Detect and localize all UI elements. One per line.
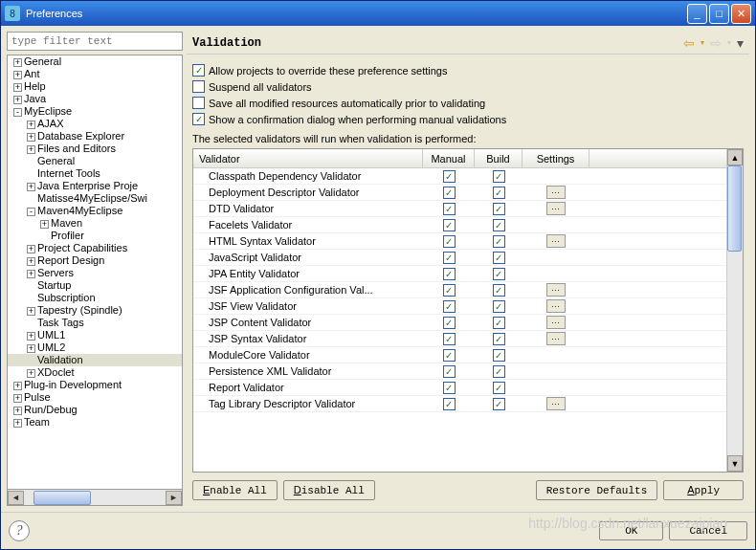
manual-checkbox[interactable]: ✓ (443, 187, 456, 199)
manual-checkbox[interactable]: ✓ (443, 203, 456, 215)
settings-button[interactable]: ··· (546, 202, 566, 215)
minimize-button[interactable]: _ (687, 4, 707, 24)
tree-item[interactable]: +Ant (8, 68, 182, 80)
expand-icon[interactable]: + (27, 183, 35, 191)
expand-icon[interactable]: + (27, 133, 35, 142)
tree-item[interactable]: +Report Design (8, 254, 182, 267)
manual-checkbox[interactable]: ✓ (443, 300, 456, 313)
nav-back-icon[interactable]: ⇦ (683, 35, 695, 51)
tree-item[interactable]: +Help (8, 80, 182, 93)
build-checkbox[interactable]: ✓ (493, 268, 505, 280)
disable-all-button[interactable]: Disable All (283, 480, 375, 500)
expand-icon[interactable]: + (27, 307, 35, 316)
tree-item[interactable]: Task Tags (8, 317, 182, 329)
ok-button[interactable]: OK (599, 521, 663, 540)
tree-item[interactable]: +XDoclet (8, 366, 182, 379)
tree-item[interactable]: +Java (8, 93, 182, 105)
table-row[interactable]: JPA Entity Validator✓✓ (193, 266, 726, 282)
manual-checkbox[interactable]: ✓ (443, 317, 456, 329)
settings-button[interactable]: ··· (546, 234, 566, 248)
settings-button[interactable]: ··· (546, 299, 566, 313)
expand-icon[interactable]: - (13, 108, 22, 117)
tree-item[interactable]: +Servers (8, 267, 182, 279)
build-checkbox[interactable]: ✓ (493, 187, 505, 199)
tree-item[interactable]: +Project Capabilities (8, 242, 182, 254)
col-settings[interactable]: Settings (523, 149, 589, 167)
table-row[interactable]: Facelets Validator✓✓ (193, 217, 726, 233)
expand-icon[interactable]: + (27, 121, 35, 129)
tree-item[interactable]: Matisse4MyEclipse/Swi (8, 192, 182, 205)
manual-checkbox[interactable]: ✓ (443, 235, 456, 248)
table-row[interactable]: DTD Validator✓✓··· (193, 201, 726, 217)
build-checkbox[interactable]: ✓ (493, 398, 505, 410)
tree-item[interactable]: +Plug-in Development (8, 379, 182, 391)
expand-icon[interactable]: + (40, 220, 49, 229)
tree-item[interactable]: Internet Tools (8, 167, 182, 180)
tree-item[interactable]: Subscription (8, 292, 182, 304)
manual-checkbox[interactable]: ✓ (443, 398, 456, 410)
preferences-tree[interactable]: +General+Ant+Help+Java-MyEclipse+AJAX+Da… (7, 55, 183, 490)
expand-icon[interactable]: + (13, 407, 22, 415)
expand-icon[interactable]: + (13, 394, 22, 403)
settings-button[interactable]: ··· (546, 316, 566, 329)
manual-checkbox[interactable]: ✓ (443, 219, 456, 231)
manual-checkbox[interactable]: ✓ (443, 284, 456, 297)
tree-item[interactable]: +Maven (8, 217, 182, 230)
expand-icon[interactable]: + (27, 344, 35, 353)
apply-button[interactable]: Apply (663, 480, 744, 500)
expand-icon[interactable]: + (27, 245, 35, 253)
build-checkbox[interactable]: ✓ (493, 219, 505, 231)
tree-item[interactable]: +Tapestry (Spindle) (8, 304, 182, 317)
expand-icon[interactable]: + (27, 369, 35, 378)
build-checkbox[interactable]: ✓ (493, 203, 505, 215)
maximize-button[interactable]: □ (709, 4, 729, 24)
tree-item[interactable]: +AJAX (8, 118, 182, 130)
build-checkbox[interactable]: ✓ (493, 300, 505, 313)
manual-checkbox[interactable]: ✓ (443, 349, 456, 362)
build-checkbox[interactable]: ✓ (493, 317, 505, 329)
expand-icon[interactable]: - (27, 208, 35, 216)
col-build[interactable]: Build (475, 149, 523, 167)
expand-icon[interactable]: + (27, 257, 35, 266)
table-row[interactable]: Deployment Descriptor Validator✓✓··· (193, 185, 726, 201)
expand-icon[interactable]: + (13, 83, 22, 92)
tree-item[interactable]: General (8, 155, 182, 167)
build-checkbox[interactable]: ✓ (493, 252, 505, 264)
expand-icon[interactable]: + (13, 382, 22, 390)
tree-item[interactable]: Startup (8, 279, 182, 292)
expand-icon[interactable]: + (13, 419, 22, 428)
expand-icon[interactable]: + (13, 71, 22, 79)
manual-checkbox[interactable]: ✓ (443, 252, 456, 264)
scroll-down-icon[interactable]: ▼ (727, 455, 743, 472)
checkbox[interactable]: ✓ (192, 64, 205, 77)
cancel-button[interactable]: Cancel (669, 521, 747, 540)
table-row[interactable]: Report Validator✓✓ (193, 380, 726, 396)
tree-item[interactable]: Profiler (8, 230, 182, 242)
table-row[interactable]: JSF Application Configuration Val...✓✓··… (193, 282, 726, 298)
tree-item[interactable]: +Java Enterprise Proje (8, 180, 182, 192)
table-row[interactable]: HTML Syntax Validator✓✓··· (193, 233, 726, 250)
scroll-thumb[interactable] (33, 491, 91, 505)
manual-checkbox[interactable]: ✓ (443, 268, 456, 280)
table-row[interactable]: ModuleCore Validator✓✓ (193, 347, 726, 363)
table-row[interactable]: Persistence XML Validator✓✓ (193, 363, 726, 380)
tree-item[interactable]: +Files and Editors (8, 143, 182, 155)
settings-button[interactable]: ··· (546, 332, 566, 345)
checkbox[interactable] (192, 80, 205, 93)
settings-button[interactable]: ··· (546, 397, 566, 410)
tree-item[interactable]: -Maven4MyEclipse (8, 205, 182, 217)
build-checkbox[interactable]: ✓ (493, 382, 505, 394)
scroll-right-icon[interactable]: ► (166, 491, 182, 505)
manual-checkbox[interactable]: ✓ (443, 170, 456, 183)
build-checkbox[interactable]: ✓ (493, 333, 505, 345)
enable-all-button[interactable]: EEnable Allnable All (192, 480, 278, 500)
col-validator[interactable]: Validator (193, 149, 423, 167)
settings-button[interactable]: ··· (546, 186, 566, 199)
expand-icon[interactable]: + (27, 145, 35, 154)
tree-item[interactable]: +UML1 (8, 329, 182, 341)
table-row[interactable]: JSP Syntax Validator✓✓··· (193, 331, 726, 347)
filter-input[interactable] (7, 32, 183, 51)
settings-button[interactable]: ··· (546, 283, 566, 297)
build-checkbox[interactable]: ✓ (493, 235, 505, 248)
table-row[interactable]: Classpath Dependency Validator✓✓ (193, 168, 726, 185)
